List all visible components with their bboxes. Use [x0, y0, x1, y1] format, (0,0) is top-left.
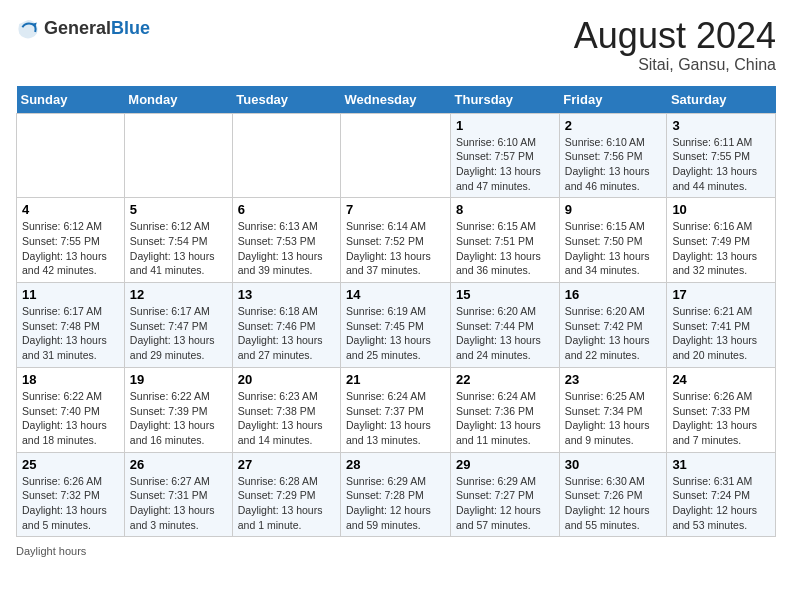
calendar-cell: 19Sunrise: 6:22 AMSunset: 7:39 PMDayligh…	[124, 367, 232, 452]
logo-general-text: General	[44, 18, 111, 38]
calendar-cell: 31Sunrise: 6:31 AMSunset: 7:24 PMDayligh…	[667, 452, 776, 537]
calendar-cell: 4Sunrise: 6:12 AMSunset: 7:55 PMDaylight…	[17, 198, 125, 283]
calendar-header-row: SundayMondayTuesdayWednesdayThursdayFrid…	[17, 86, 776, 114]
day-number: 8	[456, 202, 554, 217]
location-subtitle: Sitai, Gansu, China	[574, 56, 776, 74]
calendar-cell: 15Sunrise: 6:20 AMSunset: 7:44 PMDayligh…	[451, 283, 560, 368]
day-number: 12	[130, 287, 227, 302]
calendar-cell: 27Sunrise: 6:28 AMSunset: 7:29 PMDayligh…	[232, 452, 340, 537]
day-number: 30	[565, 457, 662, 472]
calendar-cell	[341, 113, 451, 198]
day-number: 28	[346, 457, 445, 472]
day-info: Sunrise: 6:14 AMSunset: 7:52 PMDaylight:…	[346, 219, 445, 278]
day-number: 27	[238, 457, 335, 472]
calendar-week-row: 25Sunrise: 6:26 AMSunset: 7:32 PMDayligh…	[17, 452, 776, 537]
day-number: 24	[672, 372, 770, 387]
day-number: 1	[456, 118, 554, 133]
day-number: 18	[22, 372, 119, 387]
calendar-week-row: 4Sunrise: 6:12 AMSunset: 7:55 PMDaylight…	[17, 198, 776, 283]
day-number: 31	[672, 457, 770, 472]
day-number: 6	[238, 202, 335, 217]
calendar-cell: 23Sunrise: 6:25 AMSunset: 7:34 PMDayligh…	[559, 367, 667, 452]
day-number: 2	[565, 118, 662, 133]
calendar-cell	[124, 113, 232, 198]
day-info: Sunrise: 6:11 AMSunset: 7:55 PMDaylight:…	[672, 135, 770, 194]
calendar-cell: 30Sunrise: 6:30 AMSunset: 7:26 PMDayligh…	[559, 452, 667, 537]
title-block: August 2024 Sitai, Gansu, China	[574, 16, 776, 74]
calendar-cell: 12Sunrise: 6:17 AMSunset: 7:47 PMDayligh…	[124, 283, 232, 368]
day-number: 22	[456, 372, 554, 387]
logo-blue-text: Blue	[111, 18, 150, 38]
day-info: Sunrise: 6:15 AMSunset: 7:51 PMDaylight:…	[456, 219, 554, 278]
day-number: 29	[456, 457, 554, 472]
calendar-cell: 24Sunrise: 6:26 AMSunset: 7:33 PMDayligh…	[667, 367, 776, 452]
day-number: 19	[130, 372, 227, 387]
day-number: 5	[130, 202, 227, 217]
day-info: Sunrise: 6:20 AMSunset: 7:44 PMDaylight:…	[456, 304, 554, 363]
day-number: 4	[22, 202, 119, 217]
day-info: Sunrise: 6:24 AMSunset: 7:36 PMDaylight:…	[456, 389, 554, 448]
calendar-cell: 9Sunrise: 6:15 AMSunset: 7:50 PMDaylight…	[559, 198, 667, 283]
calendar-cell: 3Sunrise: 6:11 AMSunset: 7:55 PMDaylight…	[667, 113, 776, 198]
day-of-week-wednesday: Wednesday	[341, 86, 451, 114]
day-info: Sunrise: 6:10 AMSunset: 7:57 PMDaylight:…	[456, 135, 554, 194]
day-info: Sunrise: 6:30 AMSunset: 7:26 PMDaylight:…	[565, 474, 662, 533]
calendar-cell: 18Sunrise: 6:22 AMSunset: 7:40 PMDayligh…	[17, 367, 125, 452]
day-of-week-monday: Monday	[124, 86, 232, 114]
day-number: 17	[672, 287, 770, 302]
calendar-week-row: 11Sunrise: 6:17 AMSunset: 7:48 PMDayligh…	[17, 283, 776, 368]
calendar-cell: 11Sunrise: 6:17 AMSunset: 7:48 PMDayligh…	[17, 283, 125, 368]
calendar-week-row: 1Sunrise: 6:10 AMSunset: 7:57 PMDaylight…	[17, 113, 776, 198]
day-number: 14	[346, 287, 445, 302]
logo: GeneralBlue	[16, 16, 150, 40]
day-of-week-sunday: Sunday	[17, 86, 125, 114]
day-info: Sunrise: 6:10 AMSunset: 7:56 PMDaylight:…	[565, 135, 662, 194]
calendar-cell: 29Sunrise: 6:29 AMSunset: 7:27 PMDayligh…	[451, 452, 560, 537]
calendar-cell: 8Sunrise: 6:15 AMSunset: 7:51 PMDaylight…	[451, 198, 560, 283]
day-info: Sunrise: 6:29 AMSunset: 7:27 PMDaylight:…	[456, 474, 554, 533]
day-number: 15	[456, 287, 554, 302]
calendar-cell: 20Sunrise: 6:23 AMSunset: 7:38 PMDayligh…	[232, 367, 340, 452]
calendar-cell: 13Sunrise: 6:18 AMSunset: 7:46 PMDayligh…	[232, 283, 340, 368]
day-info: Sunrise: 6:27 AMSunset: 7:31 PMDaylight:…	[130, 474, 227, 533]
calendar-cell: 28Sunrise: 6:29 AMSunset: 7:28 PMDayligh…	[341, 452, 451, 537]
footer: Daylight hours	[16, 545, 776, 557]
day-of-week-saturday: Saturday	[667, 86, 776, 114]
day-info: Sunrise: 6:24 AMSunset: 7:37 PMDaylight:…	[346, 389, 445, 448]
calendar-cell: 1Sunrise: 6:10 AMSunset: 7:57 PMDaylight…	[451, 113, 560, 198]
day-info: Sunrise: 6:16 AMSunset: 7:49 PMDaylight:…	[672, 219, 770, 278]
day-of-week-tuesday: Tuesday	[232, 86, 340, 114]
calendar-cell	[232, 113, 340, 198]
day-info: Sunrise: 6:22 AMSunset: 7:40 PMDaylight:…	[22, 389, 119, 448]
calendar-cell: 10Sunrise: 6:16 AMSunset: 7:49 PMDayligh…	[667, 198, 776, 283]
day-number: 10	[672, 202, 770, 217]
day-info: Sunrise: 6:22 AMSunset: 7:39 PMDaylight:…	[130, 389, 227, 448]
day-info: Sunrise: 6:23 AMSunset: 7:38 PMDaylight:…	[238, 389, 335, 448]
day-info: Sunrise: 6:18 AMSunset: 7:46 PMDaylight:…	[238, 304, 335, 363]
day-info: Sunrise: 6:25 AMSunset: 7:34 PMDaylight:…	[565, 389, 662, 448]
day-number: 21	[346, 372, 445, 387]
daylight-hours-label: Daylight hours	[16, 545, 86, 557]
day-number: 20	[238, 372, 335, 387]
day-info: Sunrise: 6:13 AMSunset: 7:53 PMDaylight:…	[238, 219, 335, 278]
month-year-title: August 2024	[574, 16, 776, 56]
calendar-cell: 21Sunrise: 6:24 AMSunset: 7:37 PMDayligh…	[341, 367, 451, 452]
calendar-cell: 17Sunrise: 6:21 AMSunset: 7:41 PMDayligh…	[667, 283, 776, 368]
calendar-cell: 7Sunrise: 6:14 AMSunset: 7:52 PMDaylight…	[341, 198, 451, 283]
calendar-cell: 5Sunrise: 6:12 AMSunset: 7:54 PMDaylight…	[124, 198, 232, 283]
calendar-cell: 16Sunrise: 6:20 AMSunset: 7:42 PMDayligh…	[559, 283, 667, 368]
calendar-cell: 22Sunrise: 6:24 AMSunset: 7:36 PMDayligh…	[451, 367, 560, 452]
day-info: Sunrise: 6:17 AMSunset: 7:48 PMDaylight:…	[22, 304, 119, 363]
page-header: GeneralBlue August 2024 Sitai, Gansu, Ch…	[16, 16, 776, 74]
calendar-table: SundayMondayTuesdayWednesdayThursdayFrid…	[16, 86, 776, 538]
day-number: 26	[130, 457, 227, 472]
day-number: 11	[22, 287, 119, 302]
day-number: 23	[565, 372, 662, 387]
day-number: 13	[238, 287, 335, 302]
calendar-week-row: 18Sunrise: 6:22 AMSunset: 7:40 PMDayligh…	[17, 367, 776, 452]
day-of-week-thursday: Thursday	[451, 86, 560, 114]
day-of-week-friday: Friday	[559, 86, 667, 114]
calendar-cell: 14Sunrise: 6:19 AMSunset: 7:45 PMDayligh…	[341, 283, 451, 368]
day-info: Sunrise: 6:12 AMSunset: 7:54 PMDaylight:…	[130, 219, 227, 278]
calendar-cell: 26Sunrise: 6:27 AMSunset: 7:31 PMDayligh…	[124, 452, 232, 537]
